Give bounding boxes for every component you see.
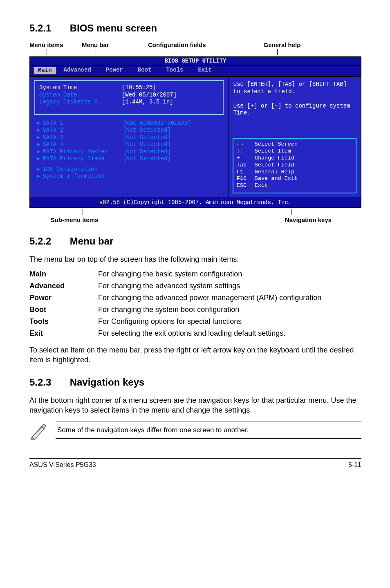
field-legacy-diskette[interactable]: Legacy Diskette A [1.44M, 3.5 in]	[39, 99, 219, 106]
field-label: System Time	[39, 84, 122, 92]
label-menu-bar: Menu bar	[82, 41, 148, 48]
footer-page-number: 5-11	[348, 461, 361, 469]
field-value: [1.44M, 3.5 in]	[122, 99, 219, 106]
chevron-right-icon: ▶	[37, 173, 40, 180]
list-item[interactable]: ▶SATA 1[WDC WD800JD-00LSA0]	[37, 120, 224, 127]
bios-help-text: Use [ENTER], [TAB] or [SHIFT-TAB] to sel…	[229, 77, 361, 136]
bios-version: v02.58	[99, 199, 120, 206]
bios-screenshot: BIOS SETUP UTILITY Main Advanced Power B…	[29, 56, 361, 208]
key-label: F10	[237, 175, 255, 182]
list-item[interactable]: ▶SATA 2[Not Detected]	[37, 127, 224, 134]
bios-menu-bar: Main Advanced Power Boot Tools Exit	[30, 66, 361, 76]
tab-exit[interactable]: Exit	[191, 67, 219, 75]
note-box: Some of the navigation keys differ from …	[29, 422, 361, 441]
table-row: PowerFor changing the advanced power man…	[29, 292, 361, 304]
pencil-icon	[29, 422, 48, 441]
heading-523: 5.2.3 Navigation keys	[29, 377, 361, 388]
label-navigation-keys: Navigation keys	[255, 216, 361, 223]
label-menu-items: Menu items	[29, 41, 82, 48]
field-value: [Wed 05/10/2007]	[122, 92, 219, 99]
bios-fields-box: System Time [10:55:25] System Date [Wed …	[34, 80, 224, 115]
section523-body: At the bottom right corner of a menu scr…	[29, 395, 361, 415]
bios-device-list: ▶SATA 1[WDC WD800JD-00LSA0] ▶SATA 2[Not …	[30, 118, 228, 184]
chevron-right-icon: ▶	[37, 155, 40, 162]
list-item[interactable]: ▶System Information	[37, 173, 224, 180]
chevron-right-icon: ▶	[37, 166, 40, 173]
diagram-connector-lines	[29, 208, 361, 215]
bios-copyright: (C)Copyright 1985-2007, American Megatre…	[123, 199, 292, 206]
table-row: MainFor changing the basic system config…	[29, 268, 361, 280]
field-label: System Date	[39, 92, 122, 99]
chevron-right-icon: ▶	[37, 141, 40, 148]
footer-product: ASUS V-Series P5G33	[29, 461, 96, 469]
tab-advanced[interactable]: Advanced	[56, 67, 99, 75]
list-item[interactable]: ▶SATA 4[Not Detected]	[37, 141, 224, 148]
heading-521: 5.2.1 BIOS menu screen	[29, 22, 361, 34]
note-text: Some of the navigation keys differ from …	[56, 422, 361, 439]
bios-title: BIOS SETUP UTILITY	[30, 56, 361, 66]
heading-title: BIOS menu screen	[70, 22, 157, 34]
bios-footer: v02.58 (C)Copyright 1985-2007, American …	[30, 197, 361, 207]
section522-outro: To select an item on the menu bar, press…	[29, 345, 361, 365]
field-value: [10:55:25]	[122, 84, 219, 92]
chevron-right-icon: ▶	[37, 134, 40, 141]
chevron-right-icon: ▶	[37, 120, 40, 126]
field-system-date[interactable]: System Date [Wed 05/10/2007]	[39, 92, 219, 99]
section522-intro: The menu bar on top of the screen has th…	[29, 254, 361, 264]
list-item[interactable]: ▶PATA Primary Master[Not Detected]	[37, 148, 224, 156]
heading-522: 5.2.2 Menu bar	[29, 236, 361, 247]
heading-title: Menu bar	[70, 236, 114, 247]
chevron-right-icon: ▶	[37, 127, 40, 133]
diagram-top-labels: Menu items Menu bar Configuration fields…	[29, 41, 361, 48]
page-footer: ASUS V-Series P5G33 5-11	[29, 458, 361, 469]
heading-number: 5.2.3	[29, 377, 67, 388]
label-configuration-fields: Configuration fields	[148, 41, 253, 48]
menu-items-table: MainFor changing the basic system config…	[29, 268, 361, 339]
table-row: ToolsFor Configuring options for special…	[29, 316, 361, 328]
diagram-connector-lines	[29, 49, 361, 56]
heading-number: 5.2.2	[29, 236, 67, 247]
label-general-help: General help	[253, 41, 311, 48]
field-system-time[interactable]: System Time [10:55:25]	[39, 84, 219, 92]
list-item[interactable]: ▶IDE Coniguration	[37, 166, 224, 173]
key-label: +-	[237, 155, 255, 162]
arrows-lr-icon: ←→	[237, 141, 255, 148]
tab-main[interactable]: Main	[34, 67, 56, 75]
label-submenu-items: Sub-menu items	[29, 216, 119, 223]
field-label: Legacy Diskette A	[39, 99, 122, 106]
table-row: ExitFor selecting the exit options and l…	[29, 328, 361, 339]
tab-power[interactable]: Power	[99, 67, 130, 75]
list-item[interactable]: ▶SATA 3[Not Detected]	[37, 134, 224, 141]
key-label: Tab	[237, 162, 255, 169]
bios-navkeys-box: ←→Select Screen ↑↓Select Item +-Change F…	[233, 138, 356, 193]
heading-number: 5.2.1	[29, 22, 67, 34]
arrows-ud-icon: ↑↓	[237, 148, 255, 155]
heading-title: Navigation keys	[70, 377, 145, 388]
table-row: AdvancedFor changing the advanced system…	[29, 280, 361, 292]
bios-help-panel: Use [ENTER], [TAB] or [SHIFT-TAB] to sel…	[229, 77, 361, 197]
diagram-bottom-labels: Sub-menu items Navigation keys	[29, 216, 361, 223]
key-label: F1	[237, 169, 255, 176]
chevron-right-icon: ▶	[37, 148, 40, 155]
key-label: ESC	[237, 182, 255, 189]
tab-tools[interactable]: Tools	[159, 67, 191, 75]
bios-main-panel: System Time [10:55:25] System Date [Wed …	[30, 77, 229, 197]
tab-boot[interactable]: Boot	[130, 67, 159, 75]
list-item[interactable]: ▶PATA Primary Slave[Not Detected]	[37, 155, 224, 163]
table-row: BootFor changing the system boot configu…	[29, 304, 361, 316]
